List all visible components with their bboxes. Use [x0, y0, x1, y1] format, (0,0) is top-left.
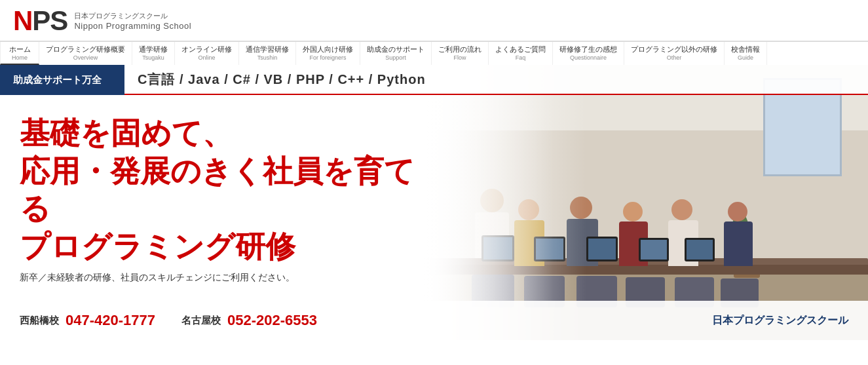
logo-n: N	[13, 5, 32, 36]
nav-ja-10: プログラミング以外の研修	[631, 45, 717, 54]
school2-name: 名古屋校	[181, 315, 221, 327]
nav-ja-6: 助成金のサポート	[367, 45, 425, 54]
logo-en: Nippon Programming School	[74, 21, 191, 31]
school1-name: 西船橋校	[20, 315, 59, 327]
nav-ja-8: よくあるご質問	[495, 45, 546, 54]
banner-area: 助成金サポート万全 C言語 / Java / C# / VB / PHP / C…	[0, 65, 868, 340]
nav-en-10: Other	[667, 54, 682, 61]
nav-item-2[interactable]: 通学研修Tsugaku	[132, 42, 175, 65]
nav-en-5: For foreigners	[309, 54, 346, 61]
school1-phone: 047-420-1777	[66, 312, 155, 329]
bottom-bar: 西船橋校 047-420-1777 名古屋校 052-202-6553 日本プロ…	[0, 301, 868, 340]
nav-item-0[interactable]: ホームHome	[0, 42, 39, 65]
nav-ja-1: プログラミング研修概要	[46, 45, 125, 54]
nav-ja-5: 外国人向け研修	[303, 45, 353, 54]
nav-en-9: Questionnaire	[570, 54, 607, 61]
nav-en-8: Faq	[516, 54, 526, 61]
phone-entry-2: 名古屋校 052-202-6553	[181, 312, 317, 329]
hero-line1: 基礎を固めて、	[20, 115, 439, 153]
hero-text: 基礎を固めて、 応用・発展のきく社員を育てる プログラミング研修 新卒／未経験者…	[0, 95, 459, 284]
nav-en-2: Tsugaku	[142, 54, 164, 61]
nav-item-1[interactable]: プログラミング研修概要Overview	[39, 42, 132, 65]
lang-bar: C言語 / Java / C# / VB / PHP / C++ / Pytho…	[124, 65, 868, 95]
nav-ja-3: オンライン研修	[181, 45, 232, 54]
nav-ja-2: 通学研修	[139, 45, 168, 54]
nav-en-0: Home	[12, 54, 28, 61]
nav-ja-11: 校舎情報	[731, 45, 760, 54]
nav-ja-9: 研修修了生の感想	[559, 45, 617, 54]
logo-s: S	[50, 5, 67, 36]
nav-en-11: Guide	[738, 54, 753, 61]
banner-content: 助成金サポート万全 C言語 / Java / C# / VB / PHP / C…	[0, 65, 868, 340]
nav-item-4[interactable]: 通信学習研修Tsushin	[239, 42, 296, 65]
nav-item-11[interactable]: 校舎情報Guide	[725, 42, 767, 65]
nav-item-5[interactable]: 外国人向け研修For foreigners	[296, 42, 360, 65]
nav-item-3[interactable]: オンライン研修Online	[175, 42, 239, 65]
nav-en-6: Support	[385, 54, 406, 61]
nav-item-10[interactable]: プログラミング以外の研修Other	[624, 42, 725, 65]
logo-area: NPS 日本プログラミングスクール Nippon Programming Sch…	[13, 5, 191, 37]
nav-en-7: Flow	[453, 54, 466, 61]
nav-en-1: Overview	[73, 54, 98, 61]
top-bar: 助成金サポート万全 C言語 / Java / C# / VB / PHP / C…	[0, 65, 868, 95]
nav-ja-7: ご利用の流れ	[438, 45, 481, 54]
logo-p: P	[32, 5, 50, 36]
nav-ja-4: 通信学習研修	[246, 45, 289, 54]
nav-item-8[interactable]: よくあるご質問Faq	[489, 42, 553, 65]
hero-line2: 応用・発展のきく社員を育てる	[20, 153, 439, 228]
school-name-right: 日本プログラミングスクール	[712, 314, 848, 328]
subsidy-badge: 助成金サポート万全	[0, 65, 124, 95]
school2-phone: 052-202-6553	[227, 312, 317, 329]
nav-ja-0: ホーム	[9, 45, 31, 54]
hero-line3: プログラミング研修	[20, 228, 439, 266]
nav-item-7[interactable]: ご利用の流れFlow	[432, 42, 489, 65]
nav-en-4: Tsushin	[257, 54, 278, 61]
header: NPS 日本プログラミングスクール Nippon Programming Sch…	[0, 0, 868, 41]
nav-item-6[interactable]: 助成金のサポートSupport	[360, 42, 432, 65]
nav-en-3: Online	[198, 54, 215, 61]
lang-text: C言語 / Java / C# / VB / PHP / C++ / Pytho…	[138, 71, 426, 88]
logo-text: 日本プログラミングスクール Nippon Programming School	[74, 11, 191, 31]
logo-nps: NPS	[13, 5, 67, 37]
main-nav: ホームHomeプログラミング研修概要Overview通学研修Tsugakuオンラ…	[0, 41, 868, 65]
hero-title: 基礎を固めて、 応用・発展のきく社員を育てる プログラミング研修	[20, 115, 439, 265]
nav-item-9[interactable]: 研修修了生の感想Questionnaire	[553, 42, 624, 65]
phone-entry-1: 西船橋校 047-420-1777	[20, 312, 155, 329]
hero-subtitle: 新卒／未経験者の研修、社員のスキルチェンジにご利用ください。	[20, 272, 439, 284]
logo-ja: 日本プログラミングスクール	[74, 11, 191, 21]
